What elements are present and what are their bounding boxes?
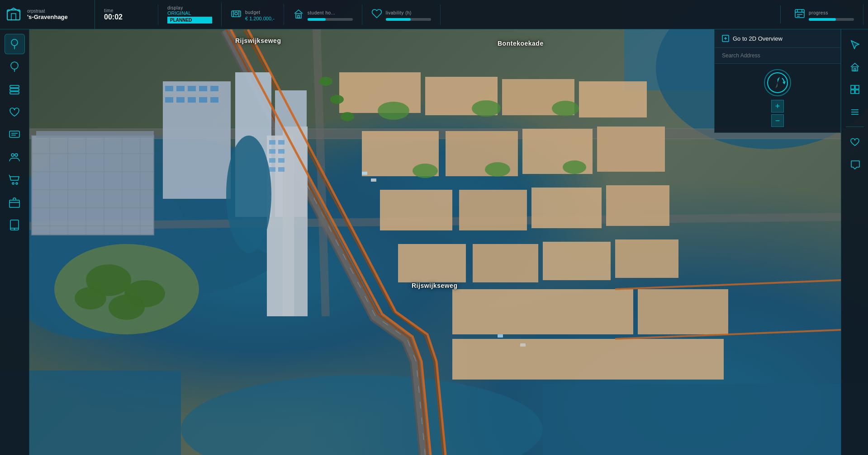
livability-info: livability (h) [386, 8, 431, 21]
search-address-input[interactable] [715, 48, 840, 64]
right-tools-panel [841, 29, 868, 455]
svg-point-112 [12, 183, 14, 184]
zoom-in-button[interactable]: + [771, 100, 784, 113]
progress-icon [794, 8, 805, 21]
svg-rect-105 [10, 89, 19, 91]
svg-rect-115 [9, 200, 19, 207]
livability-label: livability (h) [386, 10, 412, 15]
svg-rect-121 [854, 69, 856, 71]
svg-rect-125 [855, 90, 859, 94]
street-name: orpstraat [27, 9, 68, 14]
sidebar-item-park[interactable] [5, 56, 25, 77]
go-2d-label: Go to 2D Overview [733, 35, 783, 42]
student-housing-icon [293, 8, 304, 21]
svg-point-113 [16, 183, 18, 184]
budget-info: budget € 1.200.000,- [245, 8, 275, 21]
svg-rect-123 [855, 85, 859, 89]
sidebar-item-heart[interactable] [5, 102, 25, 122]
svg-rect-124 [851, 90, 854, 94]
zoom-controls: + − [771, 100, 784, 127]
svg-point-110 [11, 154, 14, 156]
compass-area: + − [715, 64, 840, 132]
svg-point-100 [11, 39, 18, 46]
budget-value: € 1.200.000,- [245, 16, 275, 21]
right-tool-cursor[interactable] [844, 34, 865, 54]
right-tool-home[interactable] [844, 56, 865, 77]
sidebar-item-box[interactable] [5, 192, 25, 212]
sidebar-item-shop[interactable] [5, 169, 25, 190]
city-name: 's-Gravenhage [27, 14, 68, 20]
student-housing-section: student ho... [284, 5, 362, 25]
progress-info: progress [809, 8, 854, 21]
student-housing-progress-bar [308, 18, 353, 21]
svg-rect-122 [851, 85, 854, 89]
time-section: time 00:02 [95, 5, 158, 25]
display-label: display [167, 5, 212, 10]
svg-rect-86 [7, 10, 20, 20]
budget-label: budget [245, 10, 261, 15]
livability-progress-bar [386, 18, 431, 21]
top-right-panel: Go to 2D Overview + − [714, 29, 841, 133]
svg-rect-92 [296, 14, 301, 18]
livability-section: livability (h) [362, 5, 441, 25]
student-housing-info: student ho... [308, 8, 353, 21]
svg-point-89 [235, 12, 237, 15]
progress-section: progress [785, 5, 863, 25]
display-planned-badge[interactable]: PLANNED [167, 17, 212, 23]
svg-rect-87 [11, 14, 16, 20]
time-value: 00:02 [104, 13, 149, 21]
svg-line-114 [9, 175, 10, 177]
progress-label: progress [809, 10, 828, 15]
sidebar-item-message[interactable] [5, 124, 25, 145]
budget-icon [231, 8, 242, 21]
svg-rect-93 [298, 15, 299, 18]
sidebar-item-tree[interactable] [5, 34, 25, 54]
city-text: orpstraat 's-Gravenhage [27, 9, 68, 20]
city-info: orpstraat 's-Gravenhage [5, 0, 95, 29]
svg-point-111 [15, 154, 18, 156]
display-original: ORIGINAL [167, 10, 212, 16]
right-tool-heart[interactable] [844, 131, 865, 152]
budget-section: budget € 1.200.000,- [222, 4, 284, 25]
livability-progress-fill [386, 18, 411, 21]
student-housing-progress-fill [308, 18, 326, 21]
city-logo-icon [5, 5, 23, 23]
right-panel-divider [846, 127, 864, 127]
display-section: display ORIGINAL PLANNED [158, 2, 222, 27]
livability-icon [371, 8, 382, 21]
progress-bar [809, 18, 854, 21]
right-tool-grid[interactable] [844, 79, 865, 99]
go-2d-button[interactable]: Go to 2D Overview [715, 29, 840, 48]
svg-point-119 [14, 229, 15, 229]
progress-fill [809, 18, 836, 21]
header: orpstraat 's-Gravenhage time 00:02 displ… [0, 0, 868, 29]
sidebar-item-layers[interactable] [5, 79, 25, 99]
sidebar [0, 29, 29, 455]
sidebar-item-tablet[interactable] [5, 215, 25, 235]
right-tool-list[interactable] [844, 102, 865, 122]
header-divider [780, 5, 781, 23]
svg-rect-107 [9, 131, 19, 137]
compass-control[interactable] [764, 69, 791, 96]
time-label: time [104, 8, 149, 13]
sidebar-item-persons[interactable] [5, 147, 25, 167]
svg-point-102 [11, 62, 18, 69]
zoom-out-button[interactable]: − [771, 114, 784, 127]
svg-rect-106 [10, 92, 19, 94]
student-housing-label: student ho... [308, 10, 336, 15]
right-tool-chat[interactable] [844, 154, 865, 174]
svg-rect-88 [232, 11, 241, 17]
svg-rect-104 [10, 85, 19, 88]
